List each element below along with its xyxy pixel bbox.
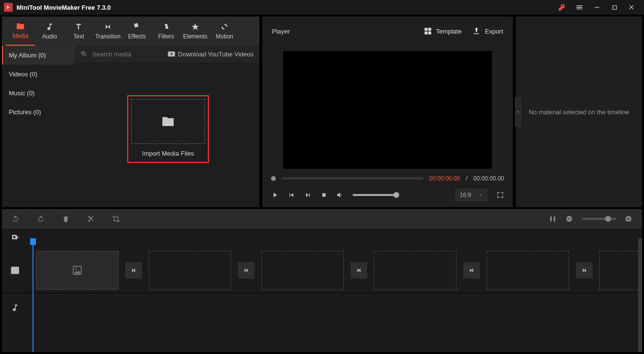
svg-rect-7: [12, 267, 13, 274]
tab-filters[interactable]: Filters: [152, 17, 181, 46]
svg-rect-2: [568, 218, 571, 219]
import-media-area[interactable]: Import Media Files: [127, 95, 209, 163]
close-button[interactable]: [624, 0, 640, 15]
zoom-slider[interactable]: [582, 218, 616, 220]
delete-button[interactable]: [62, 215, 69, 223]
import-label: Import Media Files: [131, 150, 205, 157]
chevron-right-icon: [516, 110, 520, 114]
tab-motion[interactable]: Motion: [210, 17, 239, 46]
prev-frame-button[interactable]: [288, 191, 295, 199]
transition-icon: [103, 22, 112, 31]
music-note-icon: [45, 22, 54, 31]
clip-slot[interactable]: [149, 251, 231, 290]
sidebar-item-pictures[interactable]: Pictures (0): [2, 103, 75, 122]
timeline: [2, 229, 642, 352]
sidebar-item-music[interactable]: Music (0): [2, 84, 75, 103]
search-input[interactable]: [92, 51, 151, 58]
tab-effects[interactable]: Effects: [122, 17, 152, 46]
seek-handle[interactable]: [271, 176, 276, 181]
timeline-ruler[interactable]: [2, 229, 642, 248]
undo-button[interactable]: [12, 215, 19, 223]
folder-icon: [161, 115, 175, 128]
svg-point-10: [75, 268, 77, 270]
svg-rect-5: [628, 217, 628, 221]
folder-icon: [16, 22, 25, 31]
media-panel: Media Audio Text Transition Effects Filt…: [2, 17, 259, 207]
transition-slot[interactable]: [238, 262, 254, 279]
svg-rect-8: [17, 267, 18, 274]
preview-area: [262, 46, 513, 170]
clip-slot[interactable]: [36, 251, 119, 290]
template-button[interactable]: Template: [424, 27, 462, 35]
stop-button[interactable]: [321, 192, 327, 198]
tab-text[interactable]: Text: [64, 17, 93, 46]
chevron-down-icon: [478, 193, 483, 197]
titlebar: MiniTool MovieMaker Free 7.3.0: [0, 0, 644, 15]
audio-track: [2, 293, 642, 322]
volume-button[interactable]: [336, 191, 344, 199]
tab-elements[interactable]: Elements: [181, 17, 210, 46]
clip-slot[interactable]: [487, 251, 569, 290]
redo-button[interactable]: [37, 215, 45, 223]
split-button[interactable]: [87, 215, 95, 223]
motion-icon: [220, 22, 229, 31]
time-total: 00:00:00.00: [474, 175, 504, 182]
timeline-toolbar: [2, 209, 642, 229]
clip-slot[interactable]: [374, 251, 457, 290]
properties-empty-message: No material selected on the timeline: [519, 108, 639, 116]
search-icon: [81, 51, 87, 57]
player-panel: Player Template Export 00:00:00.00 /: [262, 17, 513, 207]
add-track-button[interactable]: [11, 233, 19, 242]
play-button[interactable]: [271, 191, 279, 199]
tab-media[interactable]: Media: [6, 17, 35, 46]
timeline-mode-button[interactable]: [549, 215, 557, 223]
tab-transition[interactable]: Transition: [93, 17, 122, 46]
video-track: [2, 248, 642, 293]
next-frame-button[interactable]: [304, 191, 312, 199]
text-icon: [74, 22, 83, 31]
download-youtube-button[interactable]: Download YouTube Videos: [168, 51, 254, 58]
image-placeholder-icon: [72, 265, 83, 276]
clip-slot[interactable]: [599, 251, 638, 290]
sidebar-item-videos[interactable]: Videos (0): [2, 65, 75, 84]
preview-canvas: [283, 51, 492, 169]
module-tabs: Media Audio Text Transition Effects Filt…: [2, 17, 259, 46]
playhead[interactable]: [33, 229, 40, 352]
media-category-list: My Album (0) Videos (0) Music (0) Pictur…: [2, 46, 75, 207]
transition-slot[interactable]: [463, 262, 480, 279]
tab-audio[interactable]: Audio: [35, 17, 64, 46]
minimize-button[interactable]: [589, 0, 605, 15]
clip-slot[interactable]: [261, 251, 344, 290]
zoom-in-button[interactable]: [625, 215, 632, 223]
export-button[interactable]: Export: [472, 27, 503, 35]
filters-icon: [162, 22, 170, 31]
crop-button[interactable]: [112, 215, 120, 223]
activate-key-button[interactable]: [554, 0, 570, 15]
sidebar-item-my-album[interactable]: My Album (0): [2, 46, 75, 65]
player-title: Player: [272, 28, 290, 35]
zoom-out-button[interactable]: [565, 215, 573, 223]
transition-slot[interactable]: [576, 262, 593, 279]
app-title: MiniTool MovieMaker Free 7.3.0: [17, 4, 111, 11]
audio-track-icon: [11, 303, 24, 312]
elements-icon: [191, 22, 200, 31]
fullscreen-button[interactable]: [496, 191, 504, 199]
volume-slider[interactable]: [353, 194, 396, 196]
properties-panel: No material selected on the timeline: [516, 17, 642, 207]
aspect-ratio-select[interactable]: 16:9: [455, 189, 488, 201]
panel-collapse-button[interactable]: [515, 97, 522, 126]
transition-slot[interactable]: [125, 262, 142, 279]
app-logo: [4, 3, 13, 12]
time-current: 00:00:00.00: [429, 175, 460, 182]
menu-button[interactable]: [571, 0, 588, 15]
effects-icon: [133, 22, 141, 31]
video-track-icon: [11, 266, 24, 275]
timeline-scrollbar[interactable]: [638, 238, 642, 352]
maximize-button[interactable]: [606, 0, 623, 15]
seek-bar[interactable]: [282, 177, 424, 179]
transition-slot[interactable]: [351, 262, 367, 279]
